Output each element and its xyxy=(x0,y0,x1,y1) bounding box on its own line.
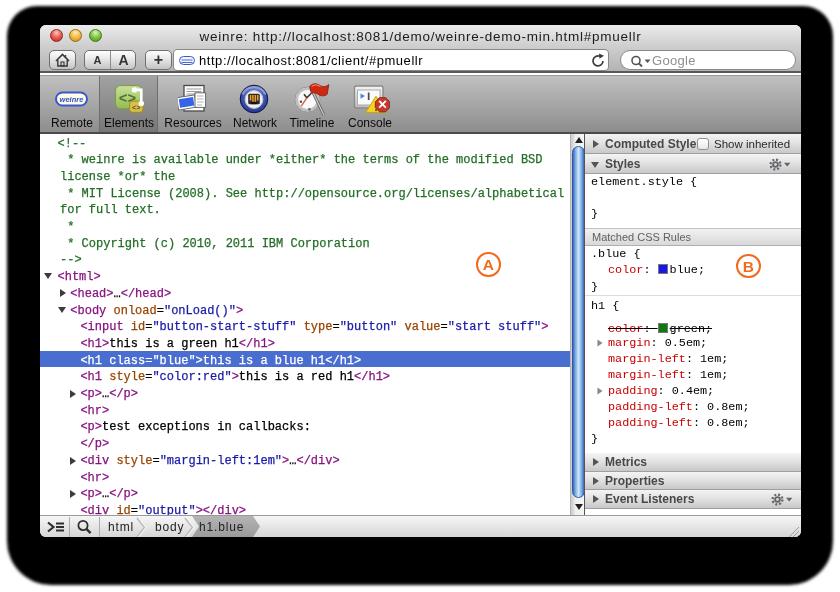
svg-text:weinre: weinre xyxy=(60,95,84,104)
